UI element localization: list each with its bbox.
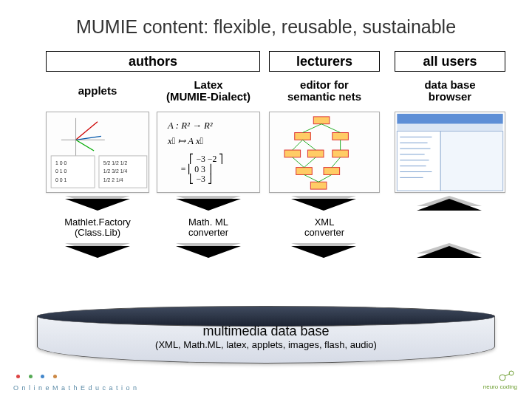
label-browser-l1: data base: [424, 79, 475, 91]
arrow2-down-editor: [291, 246, 356, 258]
thumb-editor: [269, 112, 380, 193]
svg-text:⎡ −3  −2 ⎤: ⎡ −3 −2 ⎤: [189, 153, 223, 165]
svg-point-50: [509, 371, 514, 375]
converter-latex-l1: Math. ML: [188, 217, 228, 228]
svg-text:1/2  2    1/4: 1/2 2 1/4: [103, 177, 123, 183]
svg-point-49: [499, 375, 505, 381]
svg-line-27: [303, 124, 322, 133]
database-cylinder: multimedia data base (XML, Math.ML, late…: [37, 312, 495, 364]
svg-text:1/2  3/2  1/4: 1/2 3/2 1/4: [103, 168, 128, 174]
converter-latex: Math. ML converter: [157, 215, 260, 240]
converter-applets: Mathlet.Factory (Class.Lib): [46, 215, 149, 240]
svg-line-34: [332, 157, 341, 168]
svg-rect-38: [397, 124, 502, 132]
svg-text:0  1  0: 0 1 0: [55, 168, 66, 174]
thumb-latex: A : R² → R² x⃗ ↦ A x⃗ ⎡ −3 −2 ⎤ = ⎢ 0 3 …: [157, 112, 260, 193]
svg-rect-23: [332, 150, 349, 157]
svg-line-35: [304, 174, 319, 182]
label-latex-l1: Latex: [194, 79, 222, 91]
logo-left: O n l i n e M a t h E d u c a t i o n: [13, 372, 137, 392]
svg-text:⎣ −3     ⎦: ⎣ −3 ⎦: [189, 173, 211, 184]
label-latex: Latex (MUMIE-Dialect): [157, 76, 260, 106]
svg-line-33: [304, 157, 316, 168]
svg-rect-20: [332, 132, 349, 140]
svg-rect-22: [307, 150, 324, 157]
label-browser: data base browser: [395, 76, 505, 106]
svg-rect-21: [284, 150, 301, 157]
svg-text:= ⎢  0    3 ⎥: = ⎢ 0 3 ⎥: [181, 163, 212, 175]
svg-rect-18: [313, 117, 330, 124]
database-subtitle: (XML, Math.ML, latex, applets, images, f…: [37, 339, 495, 350]
svg-rect-26: [310, 182, 327, 189]
arrow-up-browser-2: [417, 246, 482, 258]
svg-line-28: [321, 124, 341, 133]
label-editor: editor for semantic nets: [269, 76, 380, 106]
svg-text:0  0  1: 0 0 1: [55, 177, 66, 183]
converter-editor: XML converter: [269, 215, 380, 240]
header-authors: authors: [46, 51, 260, 72]
slide-title: MUMIE content: flexible, reusable, susta…: [0, 0, 532, 51]
arrow-down-latex: [176, 199, 241, 211]
svg-line-30: [303, 140, 316, 150]
svg-line-32: [293, 157, 304, 168]
arrow-down-applets: [65, 199, 130, 211]
label-editor-l2: semantic nets: [287, 91, 361, 103]
label-browser-l2: browser: [429, 91, 471, 103]
svg-text:5/2  1/2  1/2: 5/2 1/2 1/2: [103, 160, 128, 166]
svg-text:x⃗ ↦ A x⃗: x⃗ ↦ A x⃗: [167, 136, 203, 146]
label-applets-text: applets: [78, 85, 117, 97]
converter-applets-l1: Mathlet.Factory: [64, 217, 131, 228]
svg-rect-24: [296, 168, 313, 175]
svg-text:A :  R² → R²: A : R² → R²: [167, 120, 213, 131]
svg-text:1  0  0: 1 0 0: [55, 160, 66, 166]
logo-left-text: O n l i n e M a t h E d u c a t i o n: [13, 384, 137, 392]
svg-line-36: [318, 174, 332, 182]
svg-rect-37: [397, 114, 502, 124]
header-users: all users: [395, 51, 505, 72]
svg-rect-19: [295, 132, 311, 140]
converter-editor-l2: converter: [304, 228, 344, 238]
converter-latex-l2: converter: [188, 228, 228, 238]
svg-rect-39: [397, 132, 440, 191]
label-applets: applets: [46, 76, 149, 106]
thumb-browser: [395, 112, 505, 193]
converter-editor-l1: XML: [315, 217, 335, 228]
database-title: multimedia data base: [37, 324, 495, 339]
svg-rect-40: [440, 132, 502, 191]
thumb-applets: 1 0 0 0 1 0 0 0 1 5/2 1/2 1/2 1/2 3/2 1/…: [46, 112, 149, 193]
header-lecturers: lecturers: [269, 51, 380, 72]
arrow-up-browser-1: [417, 199, 482, 211]
arrow2-down-latex: [176, 246, 241, 258]
label-latex-l2: (MUMIE-Dialect): [166, 91, 250, 103]
svg-line-2: [76, 140, 95, 151]
arrow2-down-applets: [65, 246, 130, 258]
arrow-down-editor: [291, 199, 356, 211]
converter-applets-l2: (Class.Lib): [75, 228, 120, 238]
label-editor-l1: editor for: [300, 79, 349, 91]
svg-line-51: [505, 374, 510, 376]
diagram-grid: authors lecturers all users applets Late…: [30, 51, 502, 273]
svg-rect-25: [324, 168, 340, 175]
svg-line-29: [293, 140, 303, 150]
logo-right: neuro coding: [483, 367, 517, 390]
logo-right-text: neuro coding: [483, 383, 517, 390]
